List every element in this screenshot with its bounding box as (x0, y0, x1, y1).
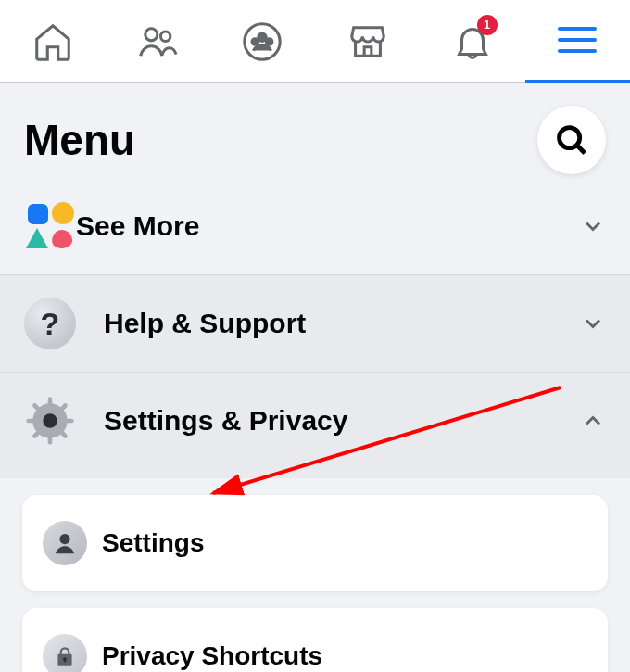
search-icon (554, 122, 589, 158)
svg-point-6 (560, 128, 580, 148)
card-privacy-shortcuts[interactable]: Privacy Shortcuts (22, 608, 608, 672)
tab-groups[interactable] (210, 0, 315, 83)
lock-icon (43, 634, 87, 672)
tab-marketplace[interactable] (315, 0, 420, 83)
svg-rect-11 (65, 419, 73, 424)
tab-friends[interactable] (105, 0, 209, 83)
row-help-support[interactable]: ? Help & Support (0, 275, 630, 373)
row-label: See More (76, 210, 580, 242)
svg-point-0 (145, 28, 158, 40)
page-title: Menu (24, 115, 135, 165)
svg-rect-8 (48, 397, 53, 405)
help-icon: ? (24, 298, 76, 349)
person-icon (43, 521, 87, 565)
search-button[interactable] (537, 106, 606, 174)
row-settings-privacy[interactable]: Settings & Privacy (0, 373, 630, 478)
top-nav: 1 (0, 0, 630, 83)
tab-notifications[interactable]: 1 (420, 0, 524, 83)
svg-rect-10 (26, 419, 34, 424)
card-label: Privacy Shortcuts (102, 641, 322, 671)
chevron-up-icon (580, 408, 606, 434)
groups-icon (241, 20, 284, 63)
svg-rect-19 (64, 659, 66, 662)
svg-point-17 (59, 534, 69, 544)
tab-home[interactable] (0, 0, 105, 83)
svg-point-5 (267, 38, 273, 44)
page-header: Menu (0, 83, 630, 178)
card-label: Settings (102, 528, 204, 558)
hamburger-icon (558, 27, 597, 53)
notification-badge: 1 (477, 15, 498, 35)
row-label: Settings & Privacy (104, 405, 580, 437)
marketplace-icon (346, 20, 389, 63)
chevron-down-icon (580, 213, 606, 239)
svg-point-3 (258, 32, 266, 40)
row-see-more[interactable]: See More (0, 178, 630, 275)
gear-icon (24, 395, 76, 447)
tab-menu[interactable] (525, 0, 630, 83)
svg-point-16 (43, 413, 57, 427)
see-more-icon (24, 200, 76, 252)
card-settings[interactable]: Settings (22, 495, 608, 591)
home-icon (32, 20, 74, 63)
chevron-down-icon (580, 311, 606, 336)
friends-icon (136, 20, 179, 63)
row-label: Help & Support (104, 308, 580, 339)
svg-point-1 (160, 32, 170, 41)
svg-rect-9 (48, 436, 53, 444)
svg-point-4 (252, 38, 258, 44)
